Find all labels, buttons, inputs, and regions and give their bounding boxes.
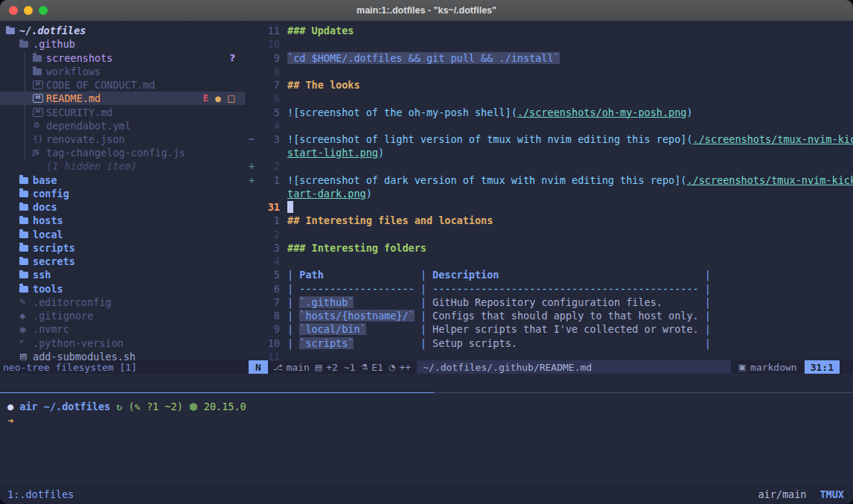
tree-item-add-submodules.sh[interactable]: ▤add-submodules.sh [0,350,246,360]
editor-line[interactable]: 9`cd $HOME/.dotfiles && git pull && ./in… [246,51,853,64]
git-changes: +2 ~1 [326,362,355,373]
markdown-link[interactable]: ./screenshots/tmux-nvim-kick [693,133,853,145]
apple-icon: ● [7,401,13,412]
tree-item-label: screenshots [46,52,112,64]
editor-text: ### Updates [287,25,354,36]
git-status-badge: E [203,93,209,103]
editor-line[interactable]: 1## Interesting files and locations [246,214,853,227]
tree-item-tag-changelog-config.js[interactable]: JStag-changelog-config.js [0,146,246,159]
tree-item-label: .python-version [33,337,124,349]
tree-item-label: renovate.json [46,133,125,145]
editor-line[interactable]: 2 [246,228,853,241]
editor-text: ----------------------------------------… [432,283,699,295]
editor-line[interactable]: 5![screenshot of the oh-my-posh shell](.… [246,105,853,118]
editor-text: ## Interesting files and locations [287,214,493,226]
editor-line[interactable]: tart-dark.png) [246,187,853,200]
line-number: 5 [261,269,280,281]
editor-line[interactable]: 6| ------------------- | ---------------… [246,281,853,295]
editor-line[interactable]: start-light.png) [246,146,853,159]
tree-item-code-of-conduct.md[interactable]: MCODE_OF_CONDUCT.md [0,78,246,92]
tree-item-scripts[interactable]: scripts [0,241,246,255]
tree-item-security.md[interactable]: MSECURITY.md [0,105,246,118]
markdown-link[interactable]: ./screenshots/oh-my-posh.png [517,106,687,118]
editor-line[interactable]: 7## The looks [246,78,853,92]
tree-item-.gitignore[interactable]: ◆.gitignore [0,309,246,322]
editor-line[interactable]: ~3![screenshot of light version of tmux … [246,133,853,146]
shell-pane[interactable]: ● air ~/.dotfiles ↻ (✎ ?1 ~2) ⬢ 20.15.0 … [0,394,853,485]
editor-line[interactable]: 10| `scripts` | Setup scripts. | [246,336,853,349]
editor-line[interactable]: +2 [246,159,853,173]
markdown-link[interactable]: ./screenshots/tmux-nvim-kicks [686,174,853,186]
editor-line[interactable]: 4 [246,255,853,268]
markdown-link[interactable]: start-light.png [287,147,378,159]
editor-text: Setup scripts. [432,337,517,349]
editor-text: | [699,269,711,281]
tree-item-local[interactable]: local [0,228,246,241]
editor-line[interactable]: 11### Updates [246,24,853,37]
tree-item-label: add-submodules.sh [33,351,135,360]
tree-item-.python-version[interactable]: *.python-version [0,336,246,349]
markdown-link[interactable]: tart-dark.png [287,188,366,200]
editor-text [324,269,415,281]
editor-text: Path [299,269,324,281]
tree-item-label: hosts [33,214,63,226]
editor-line[interactable]: 8| `hosts/{hostname}/` | Configs that sh… [246,309,853,322]
tree-item-workflows[interactable]: workflows [0,65,246,78]
editor-line[interactable]: 9| `local/bin` | Helper scripts that I'v… [246,322,853,336]
editor-line[interactable]: +1![screenshot of dark version of tmux w… [246,173,853,187]
editor-line[interactable]: 31 [246,200,853,214]
tree-item-renovate.json[interactable]: {}renovate.json [0,133,246,146]
tree-item-ssh[interactable]: ssh [0,268,246,281]
clock-icon: ◔ [389,363,396,372]
line-number: 8 [261,66,280,77]
tree-item-hosts[interactable]: hosts [0,214,246,227]
git-status-badge: □ [227,93,235,103]
editor-pane[interactable]: 11### Updates109`cd $HOME/.dotfiles && g… [246,21,853,360]
editor-line[interactable]: 8 [246,65,853,78]
editor-text [354,337,414,349]
tree-item-label: .gitignore [33,310,93,322]
editor-line[interactable]: 7| `.github` | GitHub Repository configu… [246,296,853,309]
tree-item-.github[interactable]: .github [0,37,246,51]
editor-line[interactable]: 3### Interesting folders [246,241,853,255]
tree-item-config[interactable]: config [0,187,246,200]
tree-item-label: tools [33,283,63,295]
neotree-statusline: neo-tree filesystem [1] [0,360,249,374]
editor-line[interactable]: 4 [246,119,853,133]
editor-line[interactable]: 11 [246,350,853,360]
line-number: 9 [261,52,280,64]
markdown-icon: M [33,94,46,103]
line-number: 11 [261,351,280,360]
js-icon: JS [33,150,46,156]
tree-item-dependabot.yml[interactable]: ⚙dependabot.yml [0,119,246,133]
tree-item-base[interactable]: base [0,173,246,187]
vim-statusline: N ⎇main ▤+2 ~1 ⚗E1 ◔++ ~/.dotfiles/.gith… [249,360,853,374]
sync-icon: ↻ [116,401,122,412]
tree-item--1-hidden-item-[interactable]: (1 hidden item) [0,159,246,173]
tree-item-label: ~/.dotfiles [19,25,86,36]
editor-line[interactable]: 6 [246,92,853,105]
editor-text: | [287,269,299,281]
editor-text: ![screenshot of the oh-my-posh shell]( [287,106,517,118]
markdown-icon: ▣ [738,363,746,372]
tree-item-label: .nvmrc [33,323,69,335]
editor-text: | [415,269,432,281]
tree-item-.nvmrc[interactable]: ◉.nvmrc [0,322,246,336]
editor-line[interactable]: 10 [246,37,853,51]
folder-icon [33,68,46,75]
tree-item-screenshots[interactable]: screenshots? [0,51,246,64]
tmux-window-tab[interactable]: 1:.dotfiles [7,488,74,500]
tree-item-.editorconfig[interactable]: ✎.editorconfig [0,296,246,309]
line-number: 11 [261,25,280,36]
tree-item-docs[interactable]: docs [0,200,246,214]
editor-line[interactable]: 5| Path | Description | [246,268,853,281]
tree-item-readme.md[interactable]: MREADME.mdE●□ [0,92,246,105]
tree-item-secrets[interactable]: secrets [0,255,246,268]
tree-item--.dotfiles[interactable]: ~/.dotfiles [0,24,246,37]
terminal-window: main:1:.dotfiles - "ks~/.dotfiles" ~/.do… [0,0,853,504]
file-diff-icon: ▤ [315,363,322,372]
prompt-arrow: ➜ [7,415,13,427]
tree-item-tools[interactable]: tools [0,281,246,295]
braces-icon: {} [33,134,46,144]
line-number: 3 [261,242,280,254]
